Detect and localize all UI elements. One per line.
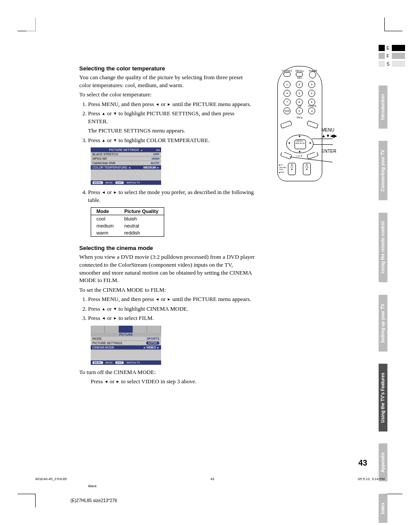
step-c4: Press or to select the mode you prefer, … bbox=[88, 188, 255, 204]
step-c2: Press or to highlight PICTURE SETTINGS, … bbox=[88, 110, 255, 135]
crop-mark bbox=[18, 494, 36, 507]
step-m2: Press or to highlight CINEMA MODE. bbox=[88, 305, 255, 313]
down-arrow-icon bbox=[113, 137, 117, 143]
main-column: Selecting the color temperature You can … bbox=[79, 57, 255, 387]
footer-meta: #01E40-45_27HL85 43 05.5.12, 3:14 PM bbox=[35, 477, 385, 481]
page-number: 43 bbox=[358, 459, 367, 468]
num-2-button: 2 bbox=[296, 81, 303, 88]
chrtn-button: ⟲ bbox=[308, 107, 315, 114]
right-arrow-icon bbox=[113, 315, 117, 321]
step-m3: Press or to select FILM. bbox=[88, 314, 255, 322]
dpad: ▲ ▼ ◄ ► MENU / BROWSE bbox=[286, 135, 313, 153]
callout-arrows: ▲▼◀▶ bbox=[321, 133, 337, 138]
num-7-button: 7 bbox=[284, 99, 291, 106]
footer-black: Black bbox=[88, 484, 97, 488]
right-arrow-icon bbox=[113, 189, 117, 195]
svg-rect-2 bbox=[280, 152, 292, 159]
right-arrow-icon bbox=[116, 378, 120, 385]
heading-color-temp: Selecting the color temperature bbox=[79, 65, 255, 72]
callout-menu: MENU bbox=[321, 128, 334, 132]
mode-quality-table: ModePicture Quality coolbluish mediumneu… bbox=[91, 207, 164, 237]
down-arrow-icon bbox=[113, 305, 117, 312]
step-c3: Press or to highlight COLOR TEMPERATURE. bbox=[88, 136, 255, 144]
side-tabs: E F S Introduction Connecting your TV Us… bbox=[379, 44, 405, 525]
up-arrow-icon bbox=[102, 110, 106, 117]
num-1-button: 1 bbox=[284, 81, 291, 88]
crop-mark bbox=[26, 18, 36, 31]
crop-mark bbox=[384, 18, 402, 31]
step-m1: Press MENU, and then press or until the … bbox=[88, 295, 255, 303]
table-row: warmreddish bbox=[91, 229, 164, 237]
left-arrow-icon bbox=[104, 378, 108, 385]
para-turn-off-step: Press or to select VIDEO in step 3 above… bbox=[91, 378, 255, 385]
step-c1: Press MENU, and then press or until the … bbox=[88, 100, 255, 108]
up-arrow-icon bbox=[102, 137, 106, 143]
left-arrow-icon bbox=[155, 101, 159, 107]
osd-picture-menu: PICTURE MODESPORTS PICTURE SETTINGSENTER… bbox=[91, 326, 161, 365]
tab-index: Index bbox=[379, 494, 387, 523]
left-arrow-icon bbox=[155, 296, 159, 302]
left-arrow-icon bbox=[102, 315, 106, 321]
osd-picture-settings: PICTURE SETTINGS▲2/2 BLACK STRETCHOFF MP… bbox=[91, 147, 161, 185]
tab-using-features: Using the TV's Features bbox=[379, 364, 387, 432]
svg-rect-1 bbox=[307, 121, 318, 128]
table-row: coolbluish bbox=[91, 215, 164, 223]
svg-rect-0 bbox=[280, 121, 292, 128]
num-0-button: 0 bbox=[296, 107, 303, 114]
table-row: mediumneutral bbox=[91, 222, 164, 229]
ch-rocker: ▲CH▼ bbox=[288, 163, 296, 175]
para-turn-off: To turn off the CINEMA MODE: bbox=[79, 368, 255, 376]
right-arrow-icon bbox=[167, 296, 171, 302]
tab-introduction: Introduction bbox=[379, 85, 387, 128]
power-button bbox=[309, 71, 316, 78]
num-3-button: 3 bbox=[308, 81, 315, 88]
para-cinema-steps: To set the CINEMA MODE to FILM: bbox=[79, 286, 255, 294]
tab-setting-up: Setting up your TV bbox=[379, 295, 387, 352]
tab-appendix: Appendix bbox=[379, 444, 387, 481]
right-arrow-icon bbox=[167, 101, 171, 107]
para-cinema-intro: When you view a DVD movie (3:2 pulldown … bbox=[79, 253, 255, 284]
diagonal-buttons bbox=[280, 119, 319, 132]
footer-doc: (E)27HL85 size213*276 bbox=[70, 498, 117, 503]
callout-enter: ENTER bbox=[321, 149, 336, 154]
para-color-steps: To select the color temperature: bbox=[79, 91, 255, 99]
tab-connecting: Connecting your TV bbox=[379, 141, 387, 200]
mode-slider: ▶TV CBL/SAT VCR ▶DVD bbox=[279, 164, 285, 173]
para-color-intro: You can change the quality of the pictur… bbox=[79, 73, 255, 89]
recall-button bbox=[296, 72, 303, 77]
num-4-button: 4 bbox=[284, 90, 291, 97]
num-6-button: 6 bbox=[308, 90, 315, 97]
up-arrow-icon bbox=[102, 305, 106, 312]
svg-rect-3 bbox=[307, 152, 318, 159]
num-5-button: 5 bbox=[296, 90, 303, 97]
vol-rocker: ▲VOL▼ bbox=[303, 163, 311, 175]
tvvideo-button bbox=[284, 72, 291, 77]
language-indicator: E F S bbox=[379, 44, 405, 68]
heading-cinema-mode: Selecting the cinema mode bbox=[79, 245, 255, 251]
num-100-button: 100 bbox=[284, 107, 291, 114]
tab-remote: Using the remote control bbox=[379, 213, 387, 282]
menu-browse-button: MENU / BROWSE bbox=[295, 140, 306, 149]
left-arrow-icon bbox=[102, 189, 106, 195]
down-arrow-icon bbox=[113, 110, 117, 117]
remote-diagram: TV/VIDEO RECALL POWER INFO 1 2 3 4 5 6 7… bbox=[264, 57, 335, 387]
svg-text:FAV▼: FAV▼ bbox=[296, 155, 302, 157]
